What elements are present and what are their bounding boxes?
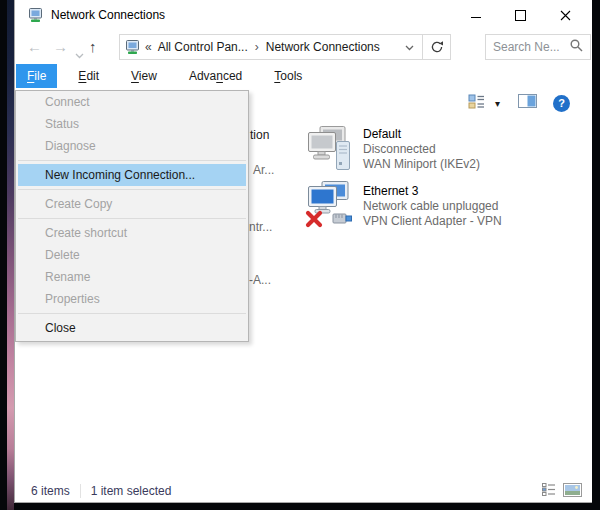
forward-button[interactable]: → (53, 30, 68, 64)
selection-count: 1 item selected (91, 484, 172, 498)
back-button[interactable]: ← (27, 30, 42, 64)
menu-gap (57, 64, 67, 88)
menu-gap (253, 64, 263, 88)
views-dropdown-icon[interactable]: ▾ (495, 98, 500, 109)
network-connections-window: Network Connections ← → (14, 0, 592, 503)
breadcrumb-all-control-panel[interactable]: All Control Pan... (158, 40, 248, 54)
search-input[interactable] (486, 40, 570, 54)
menu-item-properties: Properties (16, 288, 248, 310)
network-connections-icon (28, 7, 44, 23)
hidden-connection-device-fragment: ntr... (249, 220, 272, 234)
status-bar: 6 items 1 item selected (15, 480, 592, 502)
menu-item-create-copy: Create Copy (16, 193, 248, 215)
refresh-button[interactable] (422, 35, 450, 59)
preview-pane-icon (518, 94, 537, 108)
connection-status: Network cable unplugged (363, 199, 502, 214)
menu-edit[interactable]: Edit (67, 64, 110, 88)
items-count: 6 items (31, 484, 70, 498)
network-connections-small-icon (125, 39, 141, 55)
menu-item-diagnose: Diagnose (16, 135, 248, 157)
desktop: Network Connections ← → (0, 0, 600, 510)
breadcrumb-overflow-chevron[interactable]: « (145, 40, 152, 54)
up-button[interactable]: ↑ (89, 30, 97, 64)
refresh-icon (430, 40, 444, 54)
breadcrumb-network-connections[interactable]: Network Connections (266, 40, 380, 54)
menu-item-delete: Delete (16, 244, 248, 266)
search-icon[interactable] (570, 38, 583, 56)
menu-file[interactable]: File (16, 64, 57, 88)
preview-pane-button[interactable] (518, 94, 537, 112)
search-box (485, 34, 591, 60)
hidden-connection-name-fragment[interactable]: tion (250, 128, 269, 142)
maximize-button[interactable] (498, 0, 543, 30)
connection-name: Ethernet 3 (363, 184, 502, 199)
command-bar-icons: ▾ ? (468, 88, 570, 118)
connection-device: WAN Miniport (IKEv2) (363, 157, 480, 172)
large-icons-view-button[interactable] (563, 483, 582, 500)
recent-locations-button[interactable] (75, 45, 84, 63)
menu-gap (168, 64, 178, 88)
connection-item-default[interactable]: Default Disconnected WAN Miniport (IKEv2… (363, 127, 480, 172)
menu-separator (18, 218, 246, 219)
desktop-wallpaper (7, 0, 14, 510)
details-view-icon (542, 483, 556, 496)
menu-item-connect: Connect (16, 91, 248, 113)
views-icon (468, 94, 485, 109)
window-title: Network Connections (51, 0, 165, 30)
chevron-down-icon (75, 53, 84, 59)
maximize-icon (515, 10, 526, 21)
window-controls (453, 0, 588, 30)
menu-separator (18, 160, 246, 161)
navigation-bar: ← → ↑ « All Control Pan... (15, 30, 592, 64)
menu-advanced[interactable]: Advanced (178, 64, 253, 88)
menu-item-create-shortcut: Create shortcut (16, 222, 248, 244)
menu-item-rename: Rename (16, 266, 248, 288)
breadcrumb-separator-icon: › (255, 40, 259, 54)
wan-miniport-disconnected-icon[interactable] (307, 125, 353, 177)
chevron-down-icon (405, 45, 414, 51)
hidden-connection-device-fragment: -A... (249, 273, 271, 287)
details-view-button[interactable] (542, 483, 556, 499)
title-bar: Network Connections (15, 0, 592, 30)
minimize-icon (471, 17, 481, 18)
connection-name: Default (363, 127, 480, 142)
menu-separator (18, 313, 246, 314)
status-view-toggles (542, 480, 582, 502)
close-button[interactable] (543, 0, 588, 30)
menu-view[interactable]: View (120, 64, 168, 88)
address-dropdown-button[interactable] (405, 40, 414, 54)
connection-item-ethernet-3[interactable]: Ethernet 3 Network cable unplugged VPN C… (363, 184, 502, 229)
minimize-button[interactable] (453, 0, 498, 30)
close-icon (560, 10, 571, 21)
status-divider (80, 484, 81, 498)
menu-gap (110, 64, 120, 88)
menu-bar: File Edit View Advanced Tools (15, 64, 592, 88)
connection-status: Disconnected (363, 142, 480, 157)
change-view-button[interactable] (468, 94, 485, 113)
menu-tools[interactable]: Tools (263, 64, 313, 88)
connection-device: VPN Client Adapter - VPN (363, 214, 502, 229)
thumbnail-view-icon (563, 483, 582, 497)
help-button[interactable]: ? (553, 95, 570, 112)
file-menu-popup: Connect Status Diagnose New Incoming Con… (15, 90, 249, 342)
hidden-connection-device-fragment: Ar... (253, 163, 274, 177)
menu-separator (18, 189, 246, 190)
menu-item-close[interactable]: Close (16, 317, 248, 339)
menu-item-status: Status (16, 113, 248, 135)
menu-item-new-incoming-connection[interactable]: New Incoming Connection... (18, 164, 246, 186)
ethernet-unplugged-icon[interactable] (305, 180, 353, 232)
address-bar[interactable]: « All Control Pan... › Network Connectio… (119, 34, 451, 60)
